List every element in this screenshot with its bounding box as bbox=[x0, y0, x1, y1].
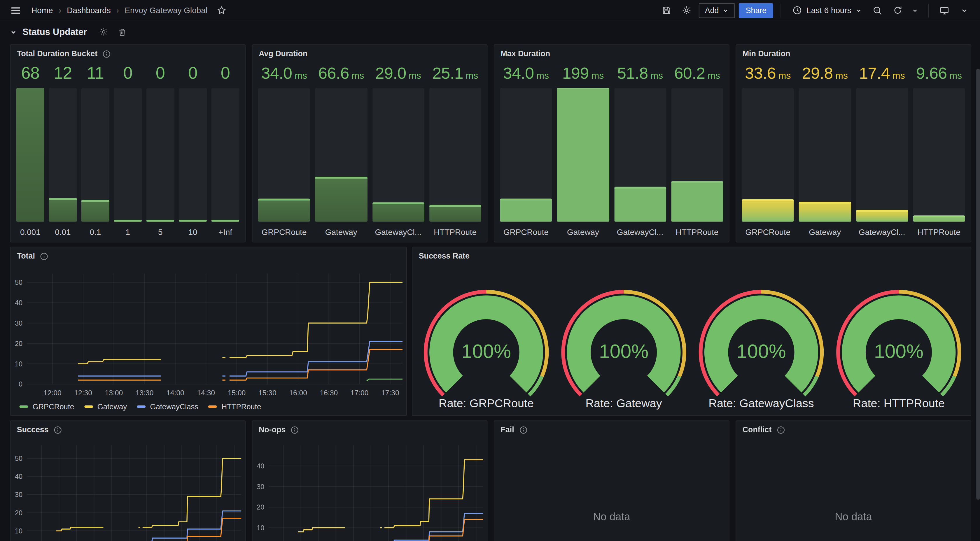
bar-gauge-column: 51.8msGatewayCl... bbox=[614, 64, 666, 237]
panel-no-ops: No-ops 10203040 bbox=[252, 420, 488, 541]
time-series-plot: 1020304050 bbox=[11, 438, 245, 541]
zoom-out-time-icon[interactable] bbox=[869, 2, 886, 19]
series-line-GatewayClass bbox=[298, 513, 483, 541]
bar-gauge-label: GatewayCl... bbox=[375, 222, 422, 237]
gauge-label: Rate: GRPCRoute bbox=[439, 397, 534, 411]
bar-gauge-value: 66.6ms bbox=[318, 64, 364, 86]
gauge-arc: 100% bbox=[417, 276, 555, 397]
bar-gauge-value: 0 bbox=[221, 64, 230, 86]
panel-title: Fail bbox=[501, 425, 514, 434]
dashboard-settings-gear-icon[interactable] bbox=[679, 2, 695, 19]
share-button[interactable]: Share bbox=[739, 3, 773, 18]
bar-gauge-value: 25.1ms bbox=[432, 64, 478, 86]
breadcrumb-dashboards[interactable]: Dashboards bbox=[67, 6, 111, 15]
legend-item-GRPCRoute[interactable]: GRPCRoute bbox=[19, 402, 74, 411]
row-settings-gear-icon[interactable] bbox=[98, 25, 110, 38]
info-icon[interactable] bbox=[519, 425, 527, 434]
bar-gauge-bar bbox=[315, 88, 367, 222]
y-axis-tick-label: 30 bbox=[257, 483, 264, 490]
bar-gauge-column: 010 bbox=[179, 64, 207, 237]
add-button[interactable]: Add bbox=[698, 3, 735, 18]
x-axis-tick-label: 13:30 bbox=[135, 389, 154, 397]
bar-gauge-label: GRPCRoute bbox=[262, 222, 307, 237]
bar-gauge-column: 110.1 bbox=[81, 64, 110, 237]
legend-item-Gateway[interactable]: Gateway bbox=[84, 402, 127, 411]
y-axis-tick-label: 20 bbox=[257, 503, 264, 511]
dashboard-row-header: Status Updater bbox=[10, 24, 128, 40]
bar-gauge-value: 12 bbox=[54, 64, 72, 86]
gauge-rate-httproute: 100%Rate: HTTPRoute bbox=[830, 276, 967, 411]
panel-title: Total bbox=[17, 252, 35, 260]
info-icon[interactable] bbox=[102, 49, 111, 58]
row-title[interactable]: Status Updater bbox=[22, 27, 87, 37]
legend-label: Gateway bbox=[97, 402, 127, 411]
info-icon[interactable] bbox=[777, 425, 785, 434]
y-axis-tick-label: 50 bbox=[15, 279, 22, 286]
favorite-star-icon[interactable] bbox=[213, 2, 230, 19]
series-line-HTTPRoute bbox=[78, 349, 402, 380]
legend-label: GatewayClass bbox=[150, 402, 198, 411]
y-axis-tick-label: 10 bbox=[15, 360, 22, 368]
panel-total-duration-bucket: Total Duration Bucket 680.001120.01110.1… bbox=[10, 44, 246, 242]
series-line-HTTPRoute bbox=[56, 518, 241, 541]
bar-gauge-chart: 33.6msGRPCRoute29.8msGateway17.4msGatewa… bbox=[742, 64, 965, 237]
legend-item-HTTPRoute[interactable]: HTTPRoute bbox=[208, 402, 261, 411]
gauge-value: 100% bbox=[737, 341, 786, 362]
bar-gauge-bar bbox=[16, 88, 45, 222]
bar-gauge-label: HTTPRoute bbox=[918, 222, 961, 237]
save-dashboard-icon[interactable] bbox=[659, 2, 675, 19]
bar-gauge-column: 25.1msHTTPRoute bbox=[430, 64, 481, 237]
divider bbox=[928, 3, 929, 17]
y-axis-tick-label: 20 bbox=[15, 509, 22, 517]
legend-item-GatewayClass[interactable]: GatewayClass bbox=[137, 402, 198, 411]
no-data-message: No data bbox=[736, 511, 970, 524]
bar-gauge-value: 34.0ms bbox=[261, 64, 307, 86]
panel-conflict: Conflict No data bbox=[736, 420, 971, 541]
time-series-plot: 12:0012:3013:0013:3014:0014:3015:0015:30… bbox=[11, 265, 406, 416]
panel-title: Total Duration Bucket bbox=[17, 49, 97, 58]
series-line-Gateway bbox=[298, 460, 483, 531]
info-icon[interactable] bbox=[54, 425, 62, 434]
refresh-interval-chevron-icon[interactable] bbox=[909, 2, 921, 19]
x-axis-tick-label: 12:30 bbox=[74, 389, 92, 397]
chart-legend: GRPCRouteGatewayGatewayClassHTTPRoute bbox=[19, 402, 261, 411]
x-axis-tick-label: 16:00 bbox=[289, 389, 307, 397]
breadcrumb-current-dashboard: Envoy Gateway Global bbox=[124, 6, 207, 15]
bar-gauge-value: 33.6ms bbox=[745, 64, 791, 86]
bar-gauge-value: 11 bbox=[87, 64, 104, 86]
gauge-rate-gatewayclass: 100%Rate: GatewayClass bbox=[692, 276, 830, 411]
bar-gauge-column: 199msGateway bbox=[557, 64, 609, 237]
bar-gauge-column: 34.0msGRPCRoute bbox=[500, 64, 552, 237]
bar-gauge-value: 17.4ms bbox=[859, 64, 905, 86]
bar-gauge-label: GRPCRoute bbox=[745, 222, 791, 237]
bar-gauge-column: 60.2msHTTPRoute bbox=[671, 64, 723, 237]
bar-gauge-bar bbox=[49, 88, 77, 222]
legend-swatch-icon bbox=[208, 405, 217, 408]
row-collapse-chevron-icon[interactable] bbox=[10, 29, 17, 36]
info-icon[interactable] bbox=[40, 252, 48, 260]
bar-gauge-label: Gateway bbox=[567, 222, 599, 237]
breadcrumb-home[interactable]: Home bbox=[31, 6, 53, 15]
bar-gauge-bar bbox=[372, 88, 424, 222]
bar-gauge-value: 29.0ms bbox=[375, 64, 421, 86]
row-delete-trash-icon[interactable] bbox=[116, 25, 128, 38]
page-scrollbar[interactable] bbox=[976, 69, 980, 500]
panel-title: Success Rate bbox=[419, 252, 469, 260]
bar-gauge-column: 9.66msHTTPRoute bbox=[913, 64, 965, 237]
time-series-chart: 1020304050 bbox=[11, 438, 245, 541]
panel-max-duration: Max Duration 34.0msGRPCRoute199msGateway… bbox=[494, 44, 729, 242]
x-axis-tick-label: 15:30 bbox=[258, 389, 277, 397]
clock-icon bbox=[793, 6, 802, 15]
refresh-icon[interactable] bbox=[889, 2, 905, 19]
time-range-picker[interactable]: Last 6 hours bbox=[789, 2, 865, 19]
info-icon[interactable] bbox=[291, 425, 299, 434]
bar-gauge-bar bbox=[799, 88, 851, 222]
bar-gauge-label: 5 bbox=[158, 222, 163, 237]
time-series-chart: 12:0012:3013:0013:3014:0014:3015:0015:30… bbox=[11, 265, 406, 416]
gauge-row: 100%Rate: GRPCRoute100%Rate: Gateway100%… bbox=[417, 276, 966, 411]
kiosk-monitor-icon[interactable] bbox=[936, 2, 953, 19]
bar-gauge-label: GatewayCl... bbox=[859, 222, 905, 237]
collapse-nav-chevron-icon[interactable] bbox=[956, 2, 973, 19]
panel-avg-duration: Avg Duration 34.0msGRPCRoute66.6msGatewa… bbox=[252, 44, 488, 242]
menu-icon[interactable] bbox=[8, 2, 24, 19]
